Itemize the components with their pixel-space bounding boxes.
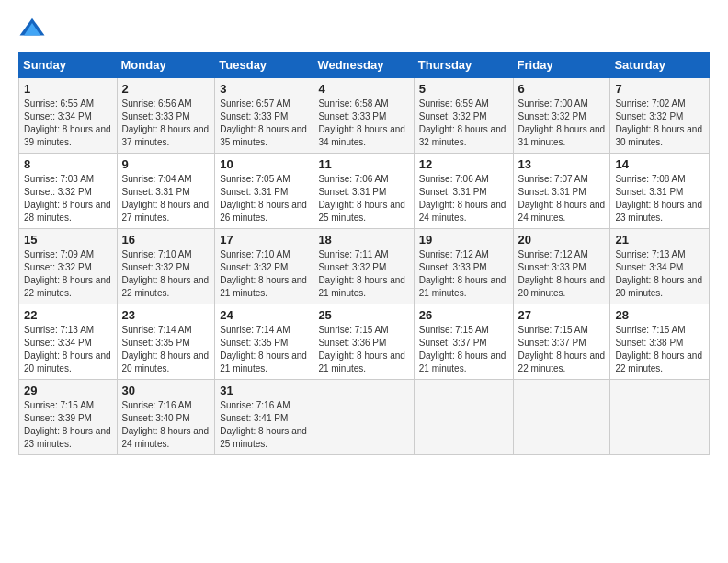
calendar-day-cell: 3 Sunrise: 6:57 AM Sunset: 3:33 PM Dayli… [215, 78, 313, 154]
calendar-day-cell: 25 Sunrise: 7:15 AM Sunset: 3:36 PM Dayl… [313, 304, 414, 380]
day-info: Sunrise: 7:08 AM Sunset: 3:31 PM Dayligh… [615, 173, 704, 224]
calendar-day-cell: 27 Sunrise: 7:15 AM Sunset: 3:37 PM Dayl… [513, 304, 610, 380]
day-number: 19 [419, 233, 508, 247]
weekday-header: Friday [513, 52, 610, 78]
calendar-day-cell: 28 Sunrise: 7:15 AM Sunset: 3:38 PM Dayl… [610, 304, 710, 380]
day-info: Sunrise: 7:15 AM Sunset: 3:37 PM Dayligh… [518, 324, 606, 375]
day-info: Sunrise: 7:04 AM Sunset: 3:31 PM Dayligh… [122, 173, 210, 224]
calendar-week-row: 22 Sunrise: 7:13 AM Sunset: 3:34 PM Dayl… [19, 304, 710, 380]
day-number: 3 [220, 82, 308, 96]
day-number: 16 [122, 233, 210, 247]
calendar-day-cell: 29 Sunrise: 7:15 AM Sunset: 3:39 PM Dayl… [19, 380, 118, 455]
weekday-header: Monday [117, 52, 215, 78]
calendar-day-cell: 14 Sunrise: 7:08 AM Sunset: 3:31 PM Dayl… [610, 154, 710, 229]
calendar-day-cell: 15 Sunrise: 7:09 AM Sunset: 3:32 PM Dayl… [19, 229, 118, 304]
calendar-day-cell: 7 Sunrise: 7:02 AM Sunset: 3:32 PM Dayli… [610, 78, 710, 154]
calendar-day-cell: 13 Sunrise: 7:07 AM Sunset: 3:31 PM Dayl… [513, 154, 610, 229]
day-number: 29 [24, 384, 112, 397]
calendar-day-cell: 19 Sunrise: 7:12 AM Sunset: 3:33 PM Dayl… [414, 229, 513, 304]
day-number: 12 [419, 157, 508, 171]
day-number: 6 [518, 82, 606, 96]
day-number: 4 [318, 82, 408, 96]
calendar-day-cell: 18 Sunrise: 7:11 AM Sunset: 3:32 PM Dayl… [313, 229, 414, 304]
day-number: 5 [419, 82, 508, 96]
calendar-day-cell: 17 Sunrise: 7:10 AM Sunset: 3:32 PM Dayl… [215, 229, 313, 304]
day-number: 25 [318, 308, 408, 322]
day-info: Sunrise: 6:59 AM Sunset: 3:32 PM Dayligh… [419, 98, 508, 149]
calendar-day-cell [513, 380, 610, 455]
calendar-week-row: 29 Sunrise: 7:15 AM Sunset: 3:39 PM Dayl… [19, 380, 710, 455]
day-info: Sunrise: 7:06 AM Sunset: 3:31 PM Dayligh… [318, 173, 408, 224]
day-number: 13 [518, 157, 606, 171]
day-number: 31 [220, 384, 308, 397]
day-info: Sunrise: 7:15 AM Sunset: 3:36 PM Dayligh… [318, 324, 408, 375]
day-info: Sunrise: 7:05 AM Sunset: 3:31 PM Dayligh… [220, 173, 308, 224]
calendar-day-cell [313, 380, 414, 455]
weekday-header: Tuesday [215, 52, 313, 78]
day-info: Sunrise: 7:07 AM Sunset: 3:31 PM Dayligh… [518, 173, 606, 224]
day-info: Sunrise: 7:14 AM Sunset: 3:35 PM Dayligh… [122, 324, 210, 375]
day-number: 11 [318, 157, 408, 171]
calendar-day-cell: 31 Sunrise: 7:16 AM Sunset: 3:41 PM Dayl… [215, 380, 313, 455]
day-number: 28 [615, 308, 704, 322]
day-number: 17 [220, 233, 308, 247]
day-number: 10 [220, 157, 308, 171]
calendar-day-cell: 23 Sunrise: 7:14 AM Sunset: 3:35 PM Dayl… [117, 304, 215, 380]
calendar-day-cell: 9 Sunrise: 7:04 AM Sunset: 3:31 PM Dayli… [117, 154, 215, 229]
day-info: Sunrise: 7:00 AM Sunset: 3:32 PM Dayligh… [518, 98, 606, 149]
calendar-day-cell [610, 380, 710, 455]
calendar-day-cell [414, 380, 513, 455]
day-number: 1 [24, 82, 112, 96]
day-number: 26 [419, 308, 508, 322]
calendar-day-cell: 4 Sunrise: 6:58 AM Sunset: 3:33 PM Dayli… [313, 78, 414, 154]
day-number: 22 [24, 308, 112, 322]
day-number: 9 [122, 157, 210, 171]
calendar-day-cell: 2 Sunrise: 6:56 AM Sunset: 3:33 PM Dayli… [117, 78, 215, 154]
day-info: Sunrise: 7:06 AM Sunset: 3:31 PM Dayligh… [419, 173, 508, 224]
day-info: Sunrise: 7:02 AM Sunset: 3:32 PM Dayligh… [615, 98, 704, 149]
day-info: Sunrise: 7:13 AM Sunset: 3:34 PM Dayligh… [24, 324, 112, 375]
calendar-day-cell: 16 Sunrise: 7:10 AM Sunset: 3:32 PM Dayl… [117, 229, 215, 304]
day-number: 27 [518, 308, 606, 322]
day-number: 20 [518, 233, 606, 247]
calendar-day-cell: 22 Sunrise: 7:13 AM Sunset: 3:34 PM Dayl… [19, 304, 118, 380]
calendar-day-cell: 11 Sunrise: 7:06 AM Sunset: 3:31 PM Dayl… [313, 154, 414, 229]
calendar-day-cell: 20 Sunrise: 7:12 AM Sunset: 3:33 PM Dayl… [513, 229, 610, 304]
day-info: Sunrise: 6:57 AM Sunset: 3:33 PM Dayligh… [220, 98, 308, 149]
day-info: Sunrise: 7:12 AM Sunset: 3:33 PM Dayligh… [419, 248, 508, 300]
logo-icon [18, 15, 46, 42]
day-info: Sunrise: 7:16 AM Sunset: 3:41 PM Dayligh… [220, 399, 308, 451]
day-number: 18 [318, 233, 408, 247]
day-info: Sunrise: 7:10 AM Sunset: 3:32 PM Dayligh… [122, 248, 210, 300]
day-info: Sunrise: 6:56 AM Sunset: 3:33 PM Dayligh… [122, 98, 210, 149]
day-number: 8 [24, 157, 112, 171]
calendar-day-cell: 26 Sunrise: 7:15 AM Sunset: 3:37 PM Dayl… [414, 304, 513, 380]
header [18, 15, 710, 42]
day-number: 7 [615, 82, 704, 96]
calendar-table: SundayMondayTuesdayWednesdayThursdayFrid… [18, 52, 710, 455]
calendar-week-row: 15 Sunrise: 7:09 AM Sunset: 3:32 PM Dayl… [19, 229, 710, 304]
calendar-day-cell: 6 Sunrise: 7:00 AM Sunset: 3:32 PM Dayli… [513, 78, 610, 154]
day-info: Sunrise: 6:58 AM Sunset: 3:33 PM Dayligh… [318, 98, 408, 149]
day-number: 24 [220, 308, 308, 322]
weekday-header: Thursday [414, 52, 513, 78]
day-number: 21 [615, 233, 704, 247]
weekday-header: Saturday [610, 52, 710, 78]
day-number: 14 [615, 157, 704, 171]
day-info: Sunrise: 7:11 AM Sunset: 3:32 PM Dayligh… [318, 248, 408, 300]
calendar-header-row: SundayMondayTuesdayWednesdayThursdayFrid… [19, 52, 710, 78]
calendar-day-cell: 10 Sunrise: 7:05 AM Sunset: 3:31 PM Dayl… [215, 154, 313, 229]
day-info: Sunrise: 7:13 AM Sunset: 3:34 PM Dayligh… [615, 248, 704, 300]
day-info: Sunrise: 7:12 AM Sunset: 3:33 PM Dayligh… [518, 248, 606, 300]
calendar-day-cell: 24 Sunrise: 7:14 AM Sunset: 3:35 PM Dayl… [215, 304, 313, 380]
day-info: Sunrise: 7:03 AM Sunset: 3:32 PM Dayligh… [24, 173, 112, 224]
calendar-week-row: 1 Sunrise: 6:55 AM Sunset: 3:34 PM Dayli… [19, 78, 710, 154]
page: SundayMondayTuesdayWednesdayThursdayFrid… [0, 0, 728, 465]
day-info: Sunrise: 7:10 AM Sunset: 3:32 PM Dayligh… [220, 248, 308, 300]
day-info: Sunrise: 7:15 AM Sunset: 3:38 PM Dayligh… [615, 324, 704, 375]
day-info: Sunrise: 7:16 AM Sunset: 3:40 PM Dayligh… [122, 399, 210, 451]
weekday-header: Wednesday [313, 52, 414, 78]
calendar-day-cell: 30 Sunrise: 7:16 AM Sunset: 3:40 PM Dayl… [117, 380, 215, 455]
calendar-day-cell: 8 Sunrise: 7:03 AM Sunset: 3:32 PM Dayli… [19, 154, 118, 229]
calendar-day-cell: 12 Sunrise: 7:06 AM Sunset: 3:31 PM Dayl… [414, 154, 513, 229]
